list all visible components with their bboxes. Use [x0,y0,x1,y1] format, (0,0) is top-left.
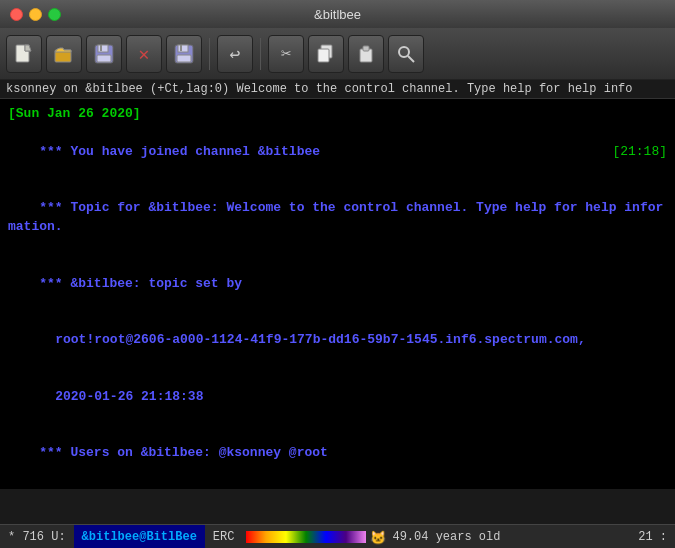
close-window-button[interactable] [10,8,23,21]
topic-set-line3: 2020-01-26 21:18:38 [8,369,667,426]
svg-rect-4 [98,45,108,52]
save-button[interactable] [86,35,122,73]
paste-button[interactable] [348,35,384,73]
status-age: 49.04 years old [386,525,506,548]
age-text: 49.04 years old [392,530,500,544]
toolbar-sep1 [209,38,210,70]
topic-set-line2: root!root@2606-a000-1124-41f9-177b-dd16-… [8,312,667,369]
topic-set-text3: 2020-01-26 21:18:38 [55,389,203,404]
users-line: *** Users on &bitlbee: @ksonney @root [8,425,667,482]
svg-rect-6 [97,55,111,62]
cut-button[interactable]: ✂ [268,35,304,73]
topic-set-text2: root!root@2606-a000-1124-41f9-177b-dd16-… [55,332,586,347]
svg-point-15 [399,47,409,57]
topic-text: *** Topic for &bitlbee: Welcome to the c… [8,200,663,234]
toolbar-sep2 [260,38,261,70]
svg-marker-1 [25,45,31,51]
svg-line-16 [408,56,414,62]
root-welcome-line: <root> Welcome to the BitlBee gateway! [8,482,667,489]
join-line: *** You have joined channel &bitlbee[21:… [8,124,667,181]
status-erc-label: ERC [205,525,243,548]
undo-button[interactable]: ↩ [217,35,253,73]
topic-set-line1: *** &bitlbee: topic set by [8,256,667,313]
toolbar: ✕ ↩ ✂ [0,28,675,80]
infobar: ksonney on &bitlbee (+Ct,lag:0) Welcome … [0,80,675,99]
topic-set-text1: *** &bitlbee: topic set by [39,276,242,291]
svg-text:🐱: 🐱 [370,529,386,545]
save2-button[interactable] [166,35,202,73]
titlebar: &bitlbee [0,0,675,28]
svg-rect-10 [177,55,191,62]
join-msg: *** You have joined channel &bitlbee [39,144,320,159]
statusbar: * 716 U: &bitlbee@BitlBee ERC 🐱 49.04 ye… [0,524,675,548]
cat-icon: 🐱 [370,529,386,545]
timestamp: [21:18] [612,143,667,162]
copy-button[interactable] [308,35,344,73]
maximize-window-button[interactable] [48,8,61,21]
infobar-text: ksonney on &bitlbee (+Ct,lag:0) Welcome … [6,82,633,96]
status-channel[interactable]: &bitlbee@BitlBee [74,525,205,548]
svg-rect-9 [180,45,182,51]
open-button[interactable] [46,35,82,73]
status-num: 21 : [630,525,675,548]
new-button[interactable] [6,35,42,73]
search-button[interactable] [388,35,424,73]
minimize-window-button[interactable] [29,8,42,21]
svg-rect-5 [100,45,102,51]
svg-rect-8 [178,45,188,52]
status-info: * 716 U: [0,525,74,548]
svg-rect-12 [318,49,329,62]
users-text: *** Users on &bitlbee: @ksonney @root [39,445,328,460]
chat-area[interactable]: [Sun Jan 26 2020] *** You have joined ch… [0,99,675,489]
close-x-button[interactable]: ✕ [126,35,162,73]
window-controls [10,8,61,21]
status-icon-area: 🐱 [370,525,386,548]
status-channel-label: &bitlbee@BitlBee [82,530,197,544]
erc-label: ERC [213,530,235,544]
window-title: &bitlbee [314,7,361,22]
status-left-text: * 716 U: [8,530,66,544]
status-rainbow-bar [246,531,366,543]
num-text: 21 : [638,530,667,544]
svg-rect-14 [363,46,369,51]
date-line: [Sun Jan 26 2020] [8,105,667,124]
topic-line: *** Topic for &bitlbee: Welcome to the c… [8,180,667,255]
